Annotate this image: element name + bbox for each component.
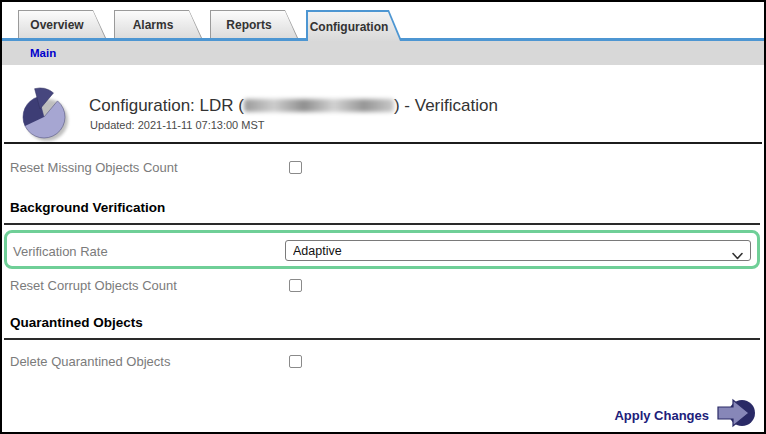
reset-missing-objects-checkbox[interactable] bbox=[289, 161, 302, 174]
section-background-verification: Background Verification bbox=[10, 200, 165, 215]
verification-rate-select-wrap: Adaptive bbox=[285, 240, 751, 261]
page-title-suffix: ) - Verification bbox=[394, 96, 498, 115]
tab-configuration-label: Configuration bbox=[308, 12, 400, 41]
redacted-node-name bbox=[244, 99, 394, 112]
pie-chart-icon bbox=[12, 85, 74, 147]
tab-overview-label: Overview bbox=[19, 11, 105, 38]
tab-reports[interactable]: Reports bbox=[210, 10, 298, 38]
tab-reports-label: Reports bbox=[211, 11, 297, 38]
reset-corrupt-objects-checkbox[interactable] bbox=[289, 279, 302, 292]
header-divider bbox=[4, 142, 762, 144]
section-quarantined-objects: Quarantined Objects bbox=[10, 315, 143, 330]
breadcrumb: Main bbox=[2, 41, 764, 65]
tab-alarms-label: Alarms bbox=[115, 11, 201, 38]
configuration-page: Overview Alarms Reports Configuration Ma… bbox=[0, 0, 766, 434]
breadcrumb-main-link[interactable]: Main bbox=[30, 41, 56, 65]
highlight-box: Verification Rate Adaptive bbox=[4, 230, 760, 269]
section-divider-quarantined-objects bbox=[4, 338, 760, 340]
reset-missing-objects-label: Reset Missing Objects Count bbox=[10, 160, 178, 175]
delete-quarantined-objects-checkbox[interactable] bbox=[289, 355, 302, 368]
reset-corrupt-objects-label: Reset Corrupt Objects Count bbox=[10, 278, 177, 293]
verification-rate-label: Verification Rate bbox=[13, 244, 108, 259]
section-divider-background-verification bbox=[4, 223, 760, 225]
verification-rate-select[interactable]: Adaptive bbox=[285, 240, 751, 261]
apply-changes-label: Apply Changes bbox=[614, 408, 709, 423]
apply-changes-button[interactable]: Apply Changes bbox=[614, 396, 756, 434]
apply-arrow-icon bbox=[716, 396, 756, 434]
tab-overview[interactable]: Overview bbox=[18, 10, 106, 38]
delete-quarantined-objects-label: Delete Quarantined Objects bbox=[10, 354, 170, 369]
page-title-prefix: Configuration: LDR ( bbox=[89, 96, 244, 115]
tab-alarms[interactable]: Alarms bbox=[114, 10, 202, 38]
page-title: Configuration: LDR () - Verification bbox=[89, 96, 498, 116]
tab-configuration[interactable]: Configuration bbox=[306, 10, 402, 41]
updated-timestamp: Updated: 2021-11-11 07:13:00 MST bbox=[90, 119, 265, 131]
